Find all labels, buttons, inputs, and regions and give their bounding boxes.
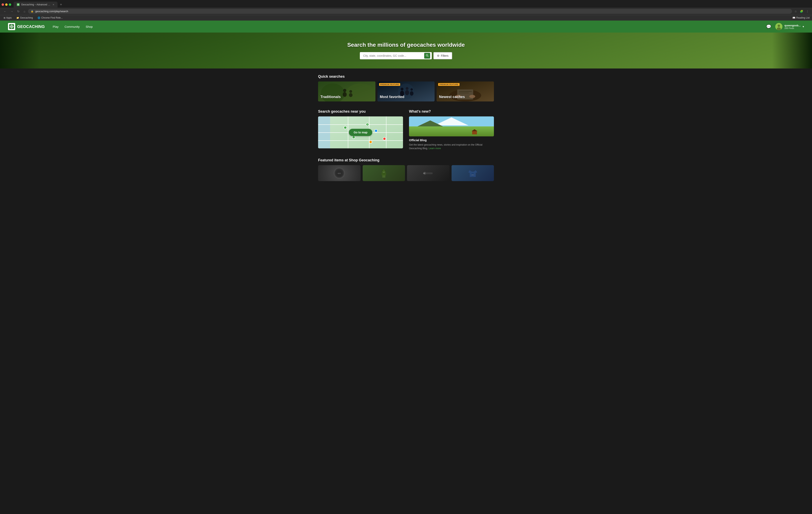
hero-section: Search the millions of geocaches worldwi… (0, 33, 812, 68)
website: GEOCACHING Play Community Shop 💬 queengo… (0, 21, 812, 187)
more-options-button[interactable]: ⋮ (805, 9, 810, 14)
search-submit-button[interactable] (424, 53, 430, 59)
bookmark-apps[interactable]: ⊞ Apps (2, 16, 13, 20)
bookmark-geocaching-label: Geocaching (20, 17, 33, 19)
shop-grid: GEO (318, 165, 494, 181)
newest-caches-card[interactable]: PREMIUM FEATURE Newest caches (437, 82, 494, 101)
quick-searches-section: Quick searches (318, 74, 494, 101)
whats-new-title: What's new? (409, 110, 494, 114)
extensions-button[interactable]: 🧩 (799, 9, 804, 14)
site-nav: GEOCACHING Play Community Shop 💬 queengo… (0, 21, 812, 33)
shop-item-figurine[interactable] (362, 165, 405, 181)
bookmark-chrome-label: Chrome Find Rele... (41, 17, 62, 19)
folder-icon: 📁 (17, 17, 19, 19)
nav-right: 💬 queengoob... 200 Finds ▾ (765, 23, 804, 30)
newest-caches-card-label: Newest caches (439, 95, 465, 99)
filters-icon: ⚙ (437, 54, 440, 57)
nav-play-link[interactable]: Play (53, 23, 59, 30)
minimize-window-button[interactable] (5, 3, 8, 6)
nav-community-link[interactable]: Community (64, 23, 80, 30)
bookmark-star-button[interactable]: ☆ (793, 9, 798, 14)
blog-description: Get the latest geocaching news, stories … (409, 143, 494, 150)
logo-text: GEOCACHING (17, 24, 45, 29)
search-input[interactable] (360, 52, 432, 59)
most-favorited-card-label: Most favorited (380, 95, 404, 99)
tab-close-button[interactable]: ✕ (53, 3, 54, 6)
site-logo[interactable]: GEOCACHING (8, 23, 45, 30)
bookmark-apps-label: Apps (6, 17, 11, 19)
shop-item-shirt[interactable]: GEO (452, 165, 494, 181)
cabin (472, 131, 477, 134)
featured-shop-section: Featured items at Shop Geocaching GEO (318, 158, 494, 181)
hero-content: Search the millions of geocaches worldwi… (0, 42, 812, 59)
map-container: ? Go to map (318, 116, 403, 148)
premium-badge-newest: PREMIUM FEATURE (438, 83, 459, 86)
bookmarks-bar: ⊞ Apps 📁 Geocaching 🌐 Chrome Find Rele..… (0, 15, 812, 21)
nav-actions: ☆ 🧩 ⋮ (793, 9, 810, 14)
svg-point-2 (11, 26, 12, 27)
address-text: geocaching.com/play/search (35, 10, 789, 13)
lock-icon: 🔒 (31, 10, 34, 12)
mountain-snow (435, 117, 468, 125)
close-window-button[interactable] (2, 3, 4, 6)
map-overlay: Go to map (318, 116, 403, 148)
tab-bar: Geocaching – Advanced Sear... ✕ + (0, 0, 812, 8)
logo-icon (8, 23, 15, 30)
reading-list-button[interactable]: 📖 Reading List (792, 17, 810, 19)
filters-button[interactable]: ⚙ Filters (433, 52, 452, 59)
svg-rect-39 (382, 170, 386, 172)
user-menu[interactable]: queengoob... 200 Finds ▾ (775, 23, 804, 30)
search-input-wrapper (360, 52, 432, 59)
user-details: queengoob... 200 Finds (784, 24, 801, 29)
tab-favicon (17, 3, 20, 6)
near-you-title: Search geocaches near you (318, 110, 403, 114)
messages-button[interactable]: 💬 (765, 23, 772, 30)
active-tab[interactable]: Geocaching – Advanced Sear... ✕ (13, 2, 58, 8)
mountain-scene (409, 116, 494, 137)
two-col-section: Search geocaches near you (318, 110, 494, 150)
user-avatar (775, 23, 782, 30)
forward-button[interactable]: → (9, 9, 14, 14)
new-tab-button[interactable]: + (58, 2, 64, 8)
blog-image (409, 116, 494, 137)
maximize-window-button[interactable] (9, 3, 11, 6)
quick-searches-title: Quick searches (318, 74, 494, 79)
whats-new-section: What's new? Official Blog Get the latest… (409, 110, 494, 150)
svg-rect-40 (425, 172, 433, 174)
premium-badge-favorited: PREMIUM FEATURE (379, 83, 400, 86)
navigation-bar: ← → ↻ ⌂ 🔒 geocaching.com/play/search ☆ 🧩… (0, 8, 812, 15)
address-bar[interactable]: 🔒 geocaching.com/play/search (28, 9, 792, 14)
search-near-you-section: Search geocaches near you (318, 110, 403, 150)
traffic-lights (2, 3, 11, 6)
reload-button[interactable]: ↻ (16, 9, 21, 14)
nav-shop-link[interactable]: Shop (86, 23, 93, 30)
svg-point-43 (424, 173, 425, 174)
chrome-icon: 🌐 (37, 17, 40, 19)
go-to-map-button[interactable]: Go to map (349, 129, 372, 136)
user-dropdown-arrow-icon: ▾ (803, 25, 804, 28)
apps-grid-icon: ⊞ (4, 17, 5, 19)
traditionals-card[interactable]: Traditionals (318, 82, 375, 101)
most-favorited-card[interactable]: PREMIUM FEATURE Most favorited (377, 82, 435, 101)
user-name: queengoob... (784, 24, 801, 27)
tab-title: Geocaching – Advanced Sear... (21, 3, 51, 6)
nav-links: Play Community Shop (53, 23, 765, 30)
shop-item-flashlight[interactable] (407, 165, 450, 181)
search-bar-container: ⚙ Filters (4, 52, 808, 59)
reading-list-label: Reading List (796, 17, 810, 19)
featured-shop-title: Featured items at Shop Geocaching (318, 158, 494, 162)
bookmark-chrome[interactable]: 🌐 Chrome Find Rele... (36, 16, 64, 20)
quick-searches-grid: Traditionals (318, 82, 494, 101)
blog-title: Official Blog (409, 139, 494, 142)
hero-title: Search the millions of geocaches worldwi… (4, 42, 808, 48)
shop-item-coin[interactable]: GEO (318, 165, 360, 181)
reading-list-icon: 📖 (792, 17, 795, 19)
learn-more-link[interactable]: Learn more (429, 147, 441, 150)
filters-label: Filters (441, 54, 448, 57)
svg-text:GEO: GEO (471, 174, 474, 176)
home-button[interactable]: ⌂ (22, 9, 26, 14)
svg-text:GEO: GEO (338, 173, 341, 174)
back-button[interactable]: ← (2, 9, 8, 14)
bookmark-geocaching[interactable]: 📁 Geocaching (15, 16, 34, 20)
traditionals-card-label: Traditionals (320, 95, 341, 99)
